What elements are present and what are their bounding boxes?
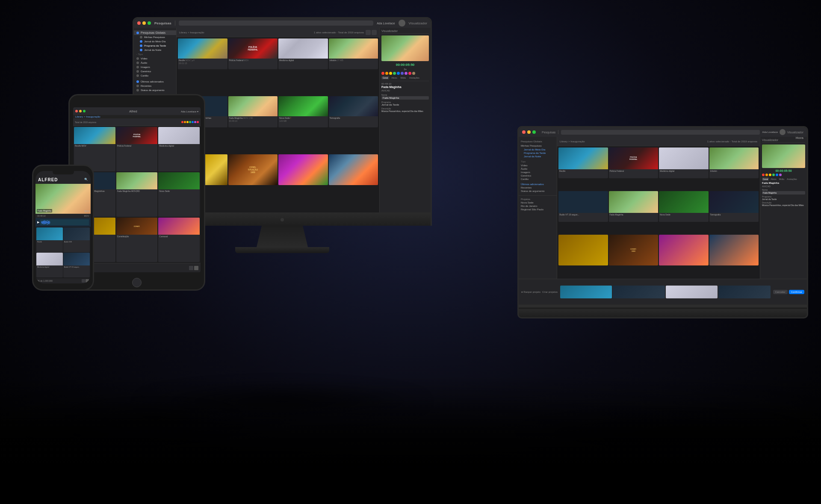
macbook-thumb-carnaval[interactable]: [659, 235, 709, 265]
macbook-thumb-rally[interactable]: [558, 235, 608, 265]
macbook-video[interactable]: Vídeo: [519, 164, 557, 167]
iphone-thumb-2[interactable]: Áudio 026: [63, 227, 90, 252]
macbook-ultimos[interactable]: Últimos adicionados: [519, 183, 557, 186]
iphone-search-icon[interactable]: 🔍: [84, 178, 88, 181]
thumb-carnaval[interactable]: [278, 154, 328, 185]
sidebar-item-jornal-noite[interactable]: Jornal da Noite: [137, 48, 176, 52]
macbook-regional[interactable]: Regional São Paulo: [519, 208, 557, 211]
macbook-thumb-inhotim[interactable]: Inhotim: [709, 147, 759, 178]
sidebar-item-jornal-meio[interactable]: Jornal do Meio-Dia: [137, 39, 176, 44]
macbook-vis-nome-val[interactable]: Fada Maginha: [762, 191, 805, 195]
ipad-thumb-5[interactable]: Fada Maginha MOV|HD: [116, 172, 158, 217]
macbook-tab-ativos[interactable]: Ativos: [770, 177, 777, 181]
thumb-fada[interactable]: Fada Maginha MOV | HD 00:48:10: [228, 96, 278, 127]
ipad-close[interactable]: [75, 110, 78, 112]
sidebar-item-ultimos[interactable]: Últimos adicionados: [134, 80, 176, 84]
macbook-jornal-meio[interactable]: Jornal do Meio-Dia: [519, 148, 557, 151]
ipad-minimize[interactable]: [79, 110, 82, 112]
sidebar-item-cartao[interactable]: Cartão: [134, 74, 176, 78]
macbook-generico[interactable]: Genérico: [519, 174, 557, 177]
macbook-confirm-btn[interactable]: Confirmar: [789, 290, 804, 294]
macbook-search[interactable]: [561, 130, 759, 135]
macbook-close[interactable]: [522, 130, 526, 134]
thumb-inhotim[interactable]: Inhotim 27 MB: [329, 38, 378, 69]
close-button[interactable]: [137, 21, 141, 25]
sidebar-item-audio[interactable]: Áudio: [134, 61, 176, 65]
ipad-thumb-6[interactable]: Nova Sede: [158, 172, 200, 217]
ipad-home-button[interactable]: [132, 278, 142, 287]
ipad-thumb-8[interactable]: CONST. Constituição: [116, 218, 158, 262]
macbook-pesquisas-globais[interactable]: Pesquisas Globais: [519, 139, 557, 144]
macbook-tab-geral[interactable]: Geral: [762, 177, 769, 181]
macbook-thumb-fada[interactable]: Fada Maginha: [609, 191, 659, 222]
sidebar-item-generico[interactable]: Genérico: [134, 69, 176, 74]
ipad-thumb-2[interactable]: POLÍCIAFEDERAL Polícia Federal: [116, 127, 158, 171]
macbook-cancel-btn[interactable]: Cancelar: [773, 290, 788, 294]
macbook-tab-midia[interactable]: Mídia: [778, 177, 785, 181]
avatar: [399, 20, 405, 27]
thumb-label: Nova Sede !: [278, 116, 328, 120]
macbook-thumb-policia[interactable]: POLÍCIAFEDERAL Polícia Federal: [609, 147, 659, 178]
macbook-thumb-constituicao[interactable]: CONST.1988: [609, 235, 659, 265]
macbook-minhas-pesquisas[interactable]: Minhas Pesquisas: [519, 144, 557, 148]
minimize-button[interactable]: [142, 21, 146, 25]
iphone-thumb-3[interactable]: Medicina digital: [36, 253, 63, 277]
ipad-thumb-img: [116, 172, 158, 189]
macbook-thumb-medicina[interactable]: Medicina digital: [659, 147, 709, 178]
macbook-nova-sede[interactable]: Nova Sede: [519, 201, 557, 204]
tab-midia[interactable]: Mídia: [399, 76, 407, 80]
macbook-audio[interactable]: Áudio: [519, 167, 557, 171]
macbook-rio[interactable]: Rio de Janeiro: [519, 204, 557, 208]
macbook-thumb-tomografia[interactable]: Tomografia: [709, 191, 759, 222]
macbook-recentes[interactable]: Recentes: [519, 186, 557, 189]
macbook-thumb-audio[interactable]: Áudio VT 15 segun...: [558, 191, 608, 222]
sidebar-item-recentes[interactable]: Recentes: [134, 84, 176, 88]
ipad-grid-btn[interactable]: [189, 266, 193, 270]
sidebar-item-programa-tarde[interactable]: Programa da Tarde: [137, 44, 176, 48]
iphone-list-view[interactable]: [86, 279, 89, 283]
sidebar-label: Vídeo: [141, 57, 148, 60]
ipad-thumb-9[interactable]: Carnaval: [158, 218, 200, 262]
macbook-thumb-nova-sede[interactable]: Nova Sede: [659, 191, 709, 222]
maximize-button[interactable]: [148, 21, 151, 25]
sidebar-item-video[interactable]: Vídeo: [134, 56, 176, 61]
iphone-play-icon[interactable]: ▶: [37, 221, 39, 224]
tab-ativos[interactable]: Ativos: [390, 76, 399, 80]
thumb-policia[interactable]: POLÍCIAFEDERAL Polícia Federal MOV: [228, 38, 278, 69]
macbook-tab-anot[interactable]: Anotações: [786, 177, 798, 181]
macbook-maximize[interactable]: [532, 130, 536, 134]
macbook-jornal-noite[interactable]: Jornal da Noite: [519, 155, 557, 158]
iphone-thumb-4[interactable]: Áudio VT 15 segun...: [63, 253, 90, 277]
sidebar-item-status[interactable]: Status de argumento: [134, 88, 176, 92]
thumb-medicina[interactable]: Medicina digital: [278, 38, 328, 69]
sidebar-item-imagem[interactable]: Imagem: [134, 65, 176, 69]
iphone-grid-view[interactable]: [82, 279, 85, 283]
macbook-programa-tarde[interactable]: Programa da Tarde: [519, 151, 557, 155]
tab-geral[interactable]: Geral: [381, 76, 389, 80]
macbook-minimize[interactable]: [527, 130, 531, 134]
macbook-imagem[interactable]: Imagem: [519, 171, 557, 174]
macbook-status[interactable]: Status de argumento: [519, 189, 557, 193]
view-list-button[interactable]: [372, 30, 377, 35]
thumb-tomografia[interactable]: Tomografia: [329, 96, 378, 127]
thumb-label: Medicina digital: [659, 169, 709, 173]
sidebar-item-pesquisas-globais[interactable]: Pesquisas Globais: [134, 30, 176, 35]
vis-preview-thumb: [381, 35, 429, 61]
ipad-thumb-3[interactable]: Medicina digital: [158, 127, 200, 171]
macbook-thumb-recife[interactable]: Recife: [558, 147, 608, 178]
vis-nome-value[interactable]: Fada Maginha: [381, 96, 429, 100]
thumb-nova-sede[interactable]: Nova Sede ! 129 MB: [278, 96, 328, 127]
ipad-list-btn[interactable]: [194, 266, 198, 270]
iphone-thumb-1[interactable]: Recife: [36, 227, 63, 252]
macbook-thumb-cacada[interactable]: [709, 235, 759, 265]
tab-anotacoes[interactable]: Anotações: [408, 76, 421, 80]
thumb-label: Polícia Federal MOV: [228, 59, 278, 62]
view-grid-button[interactable]: [366, 30, 371, 35]
thumb-cacada[interactable]: [329, 154, 378, 185]
macbook-cartao[interactable]: Cartão: [519, 177, 557, 181]
search-input[interactable]: [179, 21, 374, 26]
thumb-img: [709, 191, 759, 213]
thumb-recife[interactable]: Recife MOV | ▴4 00:01:15: [178, 38, 227, 69]
sidebar-item-minhas[interactable]: Minhas Pesquisas: [137, 35, 176, 39]
thumb-constituicao[interactable]: CONS-TITUIÇÃO1988: [228, 154, 278, 185]
